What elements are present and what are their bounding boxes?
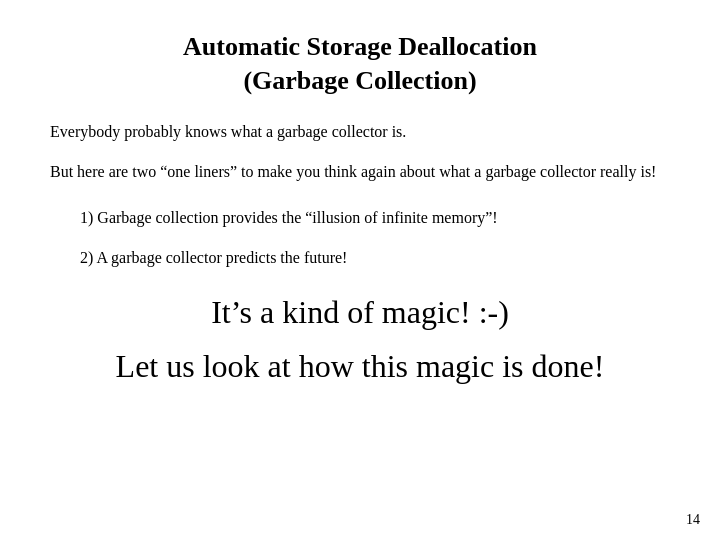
slide-title: Automatic Storage Deallocation (Garbage …	[50, 30, 670, 98]
title-line1: Automatic Storage Deallocation	[183, 32, 537, 61]
slide: Automatic Storage Deallocation (Garbage …	[0, 0, 720, 540]
body-paragraph: But here are two “one liners” to make yo…	[50, 160, 670, 184]
magic-line1: It’s a kind of magic! :-)	[50, 290, 670, 335]
list-item-2: 2) A garbage collector predicts the futu…	[80, 246, 670, 270]
intro-paragraph: Everybody probably knows what a garbage …	[50, 120, 670, 144]
page-number: 14	[686, 512, 700, 528]
magic-line2: Let us look at how this magic is done!	[50, 344, 670, 389]
title-line2: (Garbage Collection)	[243, 66, 476, 95]
list-item-1: 1) Garbage collection provides the “illu…	[80, 206, 670, 230]
